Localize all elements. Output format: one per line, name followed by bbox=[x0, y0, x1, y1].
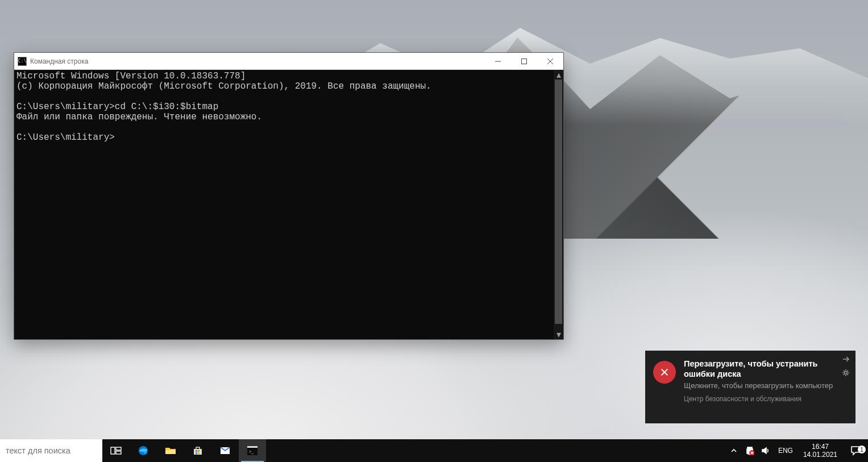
notification-count-badge: 1 bbox=[858, 446, 866, 453]
clock-time: 16:47 bbox=[803, 443, 837, 451]
language-indicator[interactable]: ENG bbox=[774, 447, 798, 455]
desktop[interactable]: C:\ Командная строка Microsoft Windows [… bbox=[0, 0, 868, 462]
search-box[interactable] bbox=[0, 439, 102, 462]
taskbar: >_ ENG 16:47 14.01.2021 1 bbox=[0, 439, 868, 462]
svg-text:>_: >_ bbox=[249, 449, 254, 454]
search-input[interactable] bbox=[6, 446, 97, 455]
cmd-app-icon: C:\ bbox=[18, 57, 27, 66]
toast-dismiss-button[interactable] bbox=[841, 354, 851, 364]
toast-settings-button[interactable] bbox=[841, 368, 851, 378]
svg-rect-2 bbox=[111, 447, 115, 454]
titlebar[interactable]: C:\ Командная строка bbox=[14, 53, 563, 70]
toast-subtitle: Щелкните, чтобы перезагрузить компьютер bbox=[684, 381, 849, 390]
svg-rect-3 bbox=[116, 447, 121, 450]
mail-button[interactable] bbox=[211, 439, 239, 462]
toast-source: Центр безопасности и обслуживания bbox=[684, 395, 849, 403]
scroll-down-icon[interactable]: ▾ bbox=[554, 330, 563, 339]
system-tray: ENG 16:47 14.01.2021 1 bbox=[726, 439, 868, 462]
svg-rect-8 bbox=[198, 450, 200, 452]
tray-security-icon[interactable] bbox=[742, 439, 758, 462]
error-icon bbox=[653, 361, 676, 384]
svg-rect-6 bbox=[165, 450, 176, 454]
svg-point-1 bbox=[845, 372, 848, 374]
svg-rect-10 bbox=[198, 452, 200, 454]
microsoft-store-button[interactable] bbox=[184, 439, 211, 462]
task-view-button[interactable] bbox=[102, 439, 130, 462]
svg-rect-13 bbox=[247, 446, 258, 448]
vertical-scrollbar[interactable]: ▴ ▾ bbox=[554, 70, 563, 339]
terminal-output[interactable]: Microsoft Windows [Version 10.0.18363.77… bbox=[14, 70, 554, 339]
file-explorer-button[interactable] bbox=[157, 439, 184, 462]
svg-rect-0 bbox=[522, 59, 527, 64]
tray-volume-icon[interactable] bbox=[758, 439, 774, 462]
maximize-button[interactable] bbox=[511, 53, 537, 70]
clock[interactable]: 16:47 14.01.2021 bbox=[798, 443, 843, 459]
clock-date: 14.01.2021 bbox=[803, 451, 837, 459]
scroll-up-icon[interactable]: ▴ bbox=[554, 70, 563, 80]
cmd-window[interactable]: C:\ Командная строка Microsoft Windows [… bbox=[14, 52, 564, 340]
notification-toast[interactable]: Перезагрузите, чтобы устранить ошибки ди… bbox=[645, 351, 855, 423]
svg-rect-9 bbox=[196, 452, 197, 454]
svg-rect-7 bbox=[196, 450, 197, 452]
toast-title: Перезагрузите, чтобы устранить ошибки ди… bbox=[684, 359, 849, 379]
tray-overflow-button[interactable] bbox=[726, 439, 742, 462]
close-button[interactable] bbox=[537, 53, 563, 70]
action-center-button[interactable]: 1 bbox=[843, 446, 868, 456]
window-title: Командная строка bbox=[30, 57, 485, 65]
scrollbar-thumb[interactable] bbox=[555, 80, 562, 324]
svg-rect-4 bbox=[116, 451, 121, 454]
cmd-taskbar-button[interactable]: >_ bbox=[239, 439, 266, 462]
edge-browser-button[interactable] bbox=[130, 439, 157, 462]
minimize-button[interactable] bbox=[485, 53, 511, 70]
